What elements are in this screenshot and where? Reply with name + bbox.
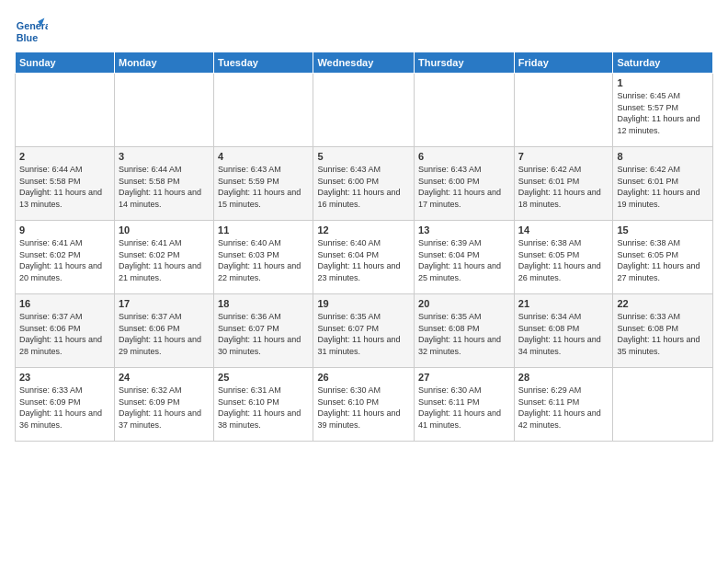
calendar-week-row: 1Sunrise: 6:45 AM Sunset: 5:57 PM Daylig… (16, 74, 713, 147)
calendar-cell (114, 74, 213, 147)
day-number: 6 (418, 151, 510, 162)
header-wednesday: Wednesday (313, 52, 415, 74)
logo: General Blue (15, 15, 48, 48)
calendar-cell: 17Sunrise: 6:37 AM Sunset: 6:06 PM Dayli… (114, 294, 213, 368)
svg-text:Blue: Blue (17, 32, 38, 43)
day-number: 23 (19, 372, 110, 383)
day-number: 11 (218, 224, 309, 236)
day-info: Sunrise: 6:41 AM Sunset: 6:02 PM Dayligh… (119, 237, 210, 283)
calendar-cell: 26Sunrise: 6:30 AM Sunset: 6:10 PM Dayli… (313, 368, 415, 442)
header-friday: Friday (514, 52, 613, 74)
calendar-cell: 11Sunrise: 6:40 AM Sunset: 6:03 PM Dayli… (214, 221, 313, 294)
day-info: Sunrise: 6:42 AM Sunset: 6:01 PM Dayligh… (617, 164, 709, 210)
day-number: 4 (218, 151, 309, 162)
day-info: Sunrise: 6:37 AM Sunset: 6:06 PM Dayligh… (19, 311, 110, 357)
day-info: Sunrise: 6:36 AM Sunset: 6:07 PM Dayligh… (218, 311, 309, 357)
calendar-cell: 7Sunrise: 6:42 AM Sunset: 6:01 PM Daylig… (514, 147, 613, 221)
day-number: 26 (317, 372, 410, 383)
calendar-week-row: 23Sunrise: 6:33 AM Sunset: 6:09 PM Dayli… (16, 368, 713, 442)
day-info: Sunrise: 6:32 AM Sunset: 6:09 PM Dayligh… (119, 385, 210, 431)
header: General Blue (15, 15, 713, 48)
calendar-cell (613, 368, 713, 442)
calendar-cell: 9Sunrise: 6:41 AM Sunset: 6:02 PM Daylig… (16, 221, 115, 294)
day-info: Sunrise: 6:33 AM Sunset: 6:09 PM Dayligh… (19, 385, 110, 431)
day-info: Sunrise: 6:43 AM Sunset: 5:59 PM Dayligh… (218, 164, 309, 210)
day-info: Sunrise: 6:41 AM Sunset: 6:02 PM Dayligh… (19, 237, 110, 283)
day-info: Sunrise: 6:40 AM Sunset: 6:04 PM Dayligh… (317, 237, 410, 283)
calendar-cell: 15Sunrise: 6:38 AM Sunset: 6:05 PM Dayli… (613, 221, 713, 294)
day-info: Sunrise: 6:44 AM Sunset: 5:58 PM Dayligh… (19, 164, 110, 210)
day-number: 10 (119, 224, 210, 236)
calendar-cell: 24Sunrise: 6:32 AM Sunset: 6:09 PM Dayli… (114, 368, 213, 442)
day-number: 12 (317, 224, 410, 236)
logo-icon: General Blue (15, 15, 48, 48)
calendar-cell: 21Sunrise: 6:34 AM Sunset: 6:08 PM Dayli… (514, 294, 613, 368)
calendar-cell: 4Sunrise: 6:43 AM Sunset: 5:59 PM Daylig… (214, 147, 313, 221)
day-info: Sunrise: 6:30 AM Sunset: 6:11 PM Dayligh… (418, 385, 510, 431)
calendar-cell: 27Sunrise: 6:30 AM Sunset: 6:11 PM Dayli… (415, 368, 515, 442)
day-info: Sunrise: 6:33 AM Sunset: 6:08 PM Dayligh… (617, 311, 709, 357)
day-number: 28 (518, 372, 609, 383)
calendar-cell: 14Sunrise: 6:38 AM Sunset: 6:05 PM Dayli… (514, 221, 613, 294)
day-info: Sunrise: 6:39 AM Sunset: 6:04 PM Dayligh… (418, 237, 510, 283)
day-info: Sunrise: 6:43 AM Sunset: 6:00 PM Dayligh… (418, 164, 510, 210)
day-number: 22 (617, 298, 709, 309)
calendar-cell (214, 74, 313, 147)
day-info: Sunrise: 6:35 AM Sunset: 6:07 PM Dayligh… (317, 311, 410, 357)
calendar-week-row: 16Sunrise: 6:37 AM Sunset: 6:06 PM Dayli… (16, 294, 713, 368)
calendar-cell: 10Sunrise: 6:41 AM Sunset: 6:02 PM Dayli… (114, 221, 213, 294)
calendar-cell: 6Sunrise: 6:43 AM Sunset: 6:00 PM Daylig… (415, 147, 515, 221)
day-number: 18 (218, 298, 309, 309)
calendar-header-row: Sunday Monday Tuesday Wednesday Thursday… (16, 52, 713, 74)
calendar-cell: 19Sunrise: 6:35 AM Sunset: 6:07 PM Dayli… (313, 294, 415, 368)
day-info: Sunrise: 6:44 AM Sunset: 5:58 PM Dayligh… (119, 164, 210, 210)
calendar-cell: 16Sunrise: 6:37 AM Sunset: 6:06 PM Dayli… (16, 294, 115, 368)
day-info: Sunrise: 6:38 AM Sunset: 6:05 PM Dayligh… (518, 237, 609, 283)
day-number: 2 (19, 151, 110, 162)
day-number: 13 (418, 224, 510, 236)
day-number: 15 (617, 224, 709, 236)
day-info: Sunrise: 6:45 AM Sunset: 5:57 PM Dayligh… (617, 90, 709, 136)
day-number: 9 (19, 224, 110, 236)
calendar-week-row: 2Sunrise: 6:44 AM Sunset: 5:58 PM Daylig… (16, 147, 713, 221)
svg-text:General: General (17, 20, 48, 31)
day-info: Sunrise: 6:37 AM Sunset: 6:06 PM Dayligh… (119, 311, 210, 357)
calendar-cell (16, 74, 115, 147)
calendar-cell: 22Sunrise: 6:33 AM Sunset: 6:08 PM Dayli… (613, 294, 713, 368)
day-number: 8 (617, 151, 709, 162)
calendar-week-row: 9Sunrise: 6:41 AM Sunset: 6:02 PM Daylig… (16, 221, 713, 294)
calendar-cell: 28Sunrise: 6:29 AM Sunset: 6:11 PM Dayli… (514, 368, 613, 442)
day-info: Sunrise: 6:40 AM Sunset: 6:03 PM Dayligh… (218, 237, 309, 283)
day-info: Sunrise: 6:42 AM Sunset: 6:01 PM Dayligh… (518, 164, 609, 210)
day-info: Sunrise: 6:38 AM Sunset: 6:05 PM Dayligh… (617, 237, 709, 283)
calendar-cell: 8Sunrise: 6:42 AM Sunset: 6:01 PM Daylig… (613, 147, 713, 221)
day-info: Sunrise: 6:29 AM Sunset: 6:11 PM Dayligh… (518, 385, 609, 431)
day-number: 24 (119, 372, 210, 383)
calendar-cell: 3Sunrise: 6:44 AM Sunset: 5:58 PM Daylig… (114, 147, 213, 221)
day-number: 21 (518, 298, 609, 309)
day-number: 17 (119, 298, 210, 309)
header-sunday: Sunday (16, 52, 115, 74)
day-number: 16 (19, 298, 110, 309)
calendar-cell: 13Sunrise: 6:39 AM Sunset: 6:04 PM Dayli… (415, 221, 515, 294)
day-number: 3 (119, 151, 210, 162)
day-info: Sunrise: 6:31 AM Sunset: 6:10 PM Dayligh… (218, 385, 309, 431)
calendar-body: 1Sunrise: 6:45 AM Sunset: 5:57 PM Daylig… (16, 74, 713, 442)
day-number: 25 (218, 372, 309, 383)
calendar-cell (313, 74, 415, 147)
day-info: Sunrise: 6:34 AM Sunset: 6:08 PM Dayligh… (518, 311, 609, 357)
calendar-cell: 20Sunrise: 6:35 AM Sunset: 6:08 PM Dayli… (415, 294, 515, 368)
day-number: 27 (418, 372, 510, 383)
header-saturday: Saturday (613, 52, 713, 74)
calendar-cell: 12Sunrise: 6:40 AM Sunset: 6:04 PM Dayli… (313, 221, 415, 294)
calendar-cell (514, 74, 613, 147)
header-monday: Monday (114, 52, 213, 74)
header-thursday: Thursday (415, 52, 515, 74)
day-number: 20 (418, 298, 510, 309)
day-info: Sunrise: 6:43 AM Sunset: 6:00 PM Dayligh… (317, 164, 410, 210)
calendar-cell: 5Sunrise: 6:43 AM Sunset: 6:00 PM Daylig… (313, 147, 415, 221)
day-number: 7 (518, 151, 609, 162)
calendar-table: Sunday Monday Tuesday Wednesday Thursday… (15, 52, 713, 442)
calendar-cell: 1Sunrise: 6:45 AM Sunset: 5:57 PM Daylig… (613, 74, 713, 147)
header-tuesday: Tuesday (214, 52, 313, 74)
